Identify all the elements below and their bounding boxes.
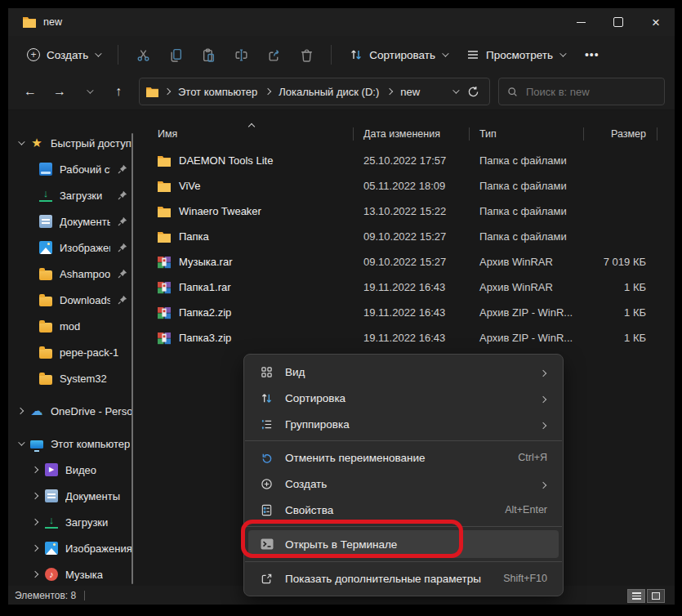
- status-divider: [84, 591, 85, 600]
- folder-icon: [23, 16, 36, 28]
- details-view-icon: [632, 592, 641, 600]
- file-row[interactable]: ViVe 05.11.2022 18:09 Папка с файлами: [149, 173, 675, 199]
- music-icon: ♪: [45, 568, 58, 581]
- chevron-right-icon[interactable]: [17, 408, 24, 414]
- sidebar-item-documents-pinned[interactable]: Документы: [8, 208, 132, 234]
- sidebar-item-desktop[interactable]: Рабочий сто: [8, 156, 132, 182]
- view-button[interactable]: Просмотреть: [459, 43, 572, 66]
- sidebar-item-ashampoo[interactable]: Ashampoo S: [8, 261, 132, 287]
- column-header-type[interactable]: Тип: [470, 122, 584, 146]
- sidebar-item-this-pc[interactable]: Этот компьютер: [8, 431, 132, 457]
- group-by-icon: [260, 417, 274, 431]
- thumbnail-view-button[interactable]: [647, 589, 665, 603]
- menu-item-undo-rename[interactable]: Отменить переименование Ctrl+Я: [248, 444, 559, 471]
- menu-item-view[interactable]: Вид: [248, 359, 559, 385]
- search-input[interactable]: [524, 85, 656, 99]
- menu-item-show-more-options[interactable]: Показать дополнительные параметры Shift+…: [248, 565, 559, 591]
- breadcrumb-item-drive-d[interactable]: Локальный диск (D:): [277, 84, 381, 100]
- pin-icon: [118, 243, 127, 252]
- forward-button[interactable]: →: [47, 79, 72, 104]
- column-header-name[interactable]: Имя: [149, 122, 354, 146]
- new-button-label: Создать: [47, 49, 88, 61]
- file-row[interactable]: Музыка.rar 09.10.2022 15:27 Архив WinRAR…: [149, 249, 675, 275]
- breadcrumb-chevron-icon: [164, 88, 171, 95]
- address-dropdown-icon[interactable]: [452, 87, 459, 93]
- share-button[interactable]: [260, 42, 288, 68]
- properties-icon: [260, 503, 274, 517]
- menu-item-open-in-terminal[interactable]: Открыть в Терминале: [248, 530, 559, 558]
- up-button[interactable]: ↑: [106, 79, 131, 104]
- sort-button[interactable]: Сортировать: [342, 43, 454, 66]
- close-button[interactable]: ×: [637, 8, 675, 36]
- pin-icon: [118, 295, 127, 305]
- submenu-chevron-icon: [540, 422, 546, 428]
- pin-icon: [118, 190, 127, 200]
- maximize-button[interactable]: [600, 8, 637, 36]
- pin-icon: [118, 164, 127, 174]
- chevron-right-icon[interactable]: [32, 571, 38, 578]
- file-row[interactable]: Папка2.zip 19.11.2022 16:43 Архив ZIP - …: [149, 300, 675, 325]
- chevron-down-icon[interactable]: [18, 138, 25, 145]
- computer-icon: [30, 440, 43, 449]
- sidebar-item-pictures[interactable]: Изображения: [8, 535, 132, 561]
- sidebar-item-downloads-folder[interactable]: Downloads: [8, 287, 132, 313]
- menu-item-group[interactable]: Группировка: [248, 411, 559, 437]
- file-row[interactable]: Папка3.zip 19.11.2022 16:43 Архив ZIP - …: [149, 325, 675, 350]
- chevron-down-icon[interactable]: [18, 439, 25, 445]
- delete-button[interactable]: [292, 42, 320, 68]
- expand-icon: [260, 572, 274, 586]
- window-title: new: [43, 16, 62, 28]
- sidebar-item-documents[interactable]: Документы: [8, 483, 132, 509]
- file-row[interactable]: Папка1.rar 19.11.2022 16:43 Архив WinRAR…: [149, 275, 675, 300]
- file-row[interactable]: DAEMON Tools Lite 25.10.2022 17:57 Папка…: [149, 148, 675, 173]
- menu-item-sort[interactable]: Сортировка: [248, 385, 559, 411]
- file-row[interactable]: Папка 09.10.2022 15:27 Папка с файлами: [149, 224, 675, 249]
- sidebar-item-videos[interactable]: ▶ Видео: [8, 457, 132, 483]
- rename-button[interactable]: [227, 42, 255, 68]
- winrar-zip-archive-icon: [158, 332, 171, 345]
- column-header-size[interactable]: Размер: [584, 122, 657, 146]
- share-icon: [267, 48, 281, 62]
- sidebar-item-downloads[interactable]: ↓ Загрузки: [8, 509, 132, 535]
- paste-button[interactable]: [194, 42, 222, 68]
- sidebar-item-onedrive[interactable]: ☁ OneDrive - Perso: [8, 398, 132, 424]
- new-button[interactable]: + Создать: [20, 43, 107, 66]
- folder-icon: [146, 87, 158, 97]
- column-header-date[interactable]: Дата изменения: [354, 122, 470, 146]
- sidebar-item-mod[interactable]: mod: [8, 313, 132, 339]
- search-box[interactable]: [498, 78, 665, 105]
- back-button[interactable]: ←: [18, 79, 42, 104]
- desktop-background: { "titlebar": { "title": "new" }, "toolb…: [0, 0, 682, 616]
- submenu-chevron-icon: [540, 481, 546, 488]
- folder-icon: [39, 323, 52, 333]
- breadcrumb-item-computer[interactable]: Этот компьютер: [176, 84, 259, 100]
- breadcrumb-item-new[interactable]: new: [399, 84, 421, 100]
- sort-ascending-icon: [248, 123, 255, 130]
- chevron-right-icon[interactable]: [32, 466, 38, 473]
- cut-button[interactable]: [129, 42, 157, 68]
- chevron-right-icon[interactable]: [32, 545, 38, 551]
- menu-separator: [245, 440, 562, 441]
- history-dropdown-button[interactable]: [77, 79, 101, 104]
- refresh-button[interactable]: [467, 86, 479, 98]
- sidebar-item-music[interactable]: ♪ Музыка: [8, 561, 132, 586]
- sidebar-item-system32[interactable]: System32: [8, 365, 132, 391]
- minimize-button[interactable]: [562, 8, 600, 36]
- sort-icon: [260, 391, 274, 405]
- sidebar-item-quick-access[interactable]: ★ Быстрый доступ: [8, 130, 132, 156]
- file-row[interactable]: Winaero Tweaker 13.10.2022 15:22 Папка с…: [149, 199, 675, 224]
- chevron-right-icon[interactable]: [32, 493, 38, 499]
- sidebar-item-pepe-pack[interactable]: pepe-pack-1: [8, 339, 132, 365]
- maximize-icon: [613, 17, 623, 27]
- copy-button[interactable]: [162, 42, 189, 68]
- more-options-button[interactable]: •••: [577, 48, 608, 61]
- menu-item-new[interactable]: Создать: [248, 471, 559, 497]
- breadcrumb[interactable]: Этот компьютер Локальный диск (D:) new: [139, 78, 490, 105]
- details-view-button[interactable]: [627, 589, 645, 603]
- sidebar-item-pictures-pinned[interactable]: Изображен: [8, 234, 132, 261]
- menu-item-properties[interactable]: Свойства Alt+Enter: [248, 497, 559, 523]
- refresh-icon: [467, 86, 479, 98]
- paste-icon: [202, 48, 216, 62]
- sidebar-item-downloads-pinned[interactable]: ↓ Загрузки: [8, 182, 132, 208]
- chevron-right-icon[interactable]: [32, 519, 38, 525]
